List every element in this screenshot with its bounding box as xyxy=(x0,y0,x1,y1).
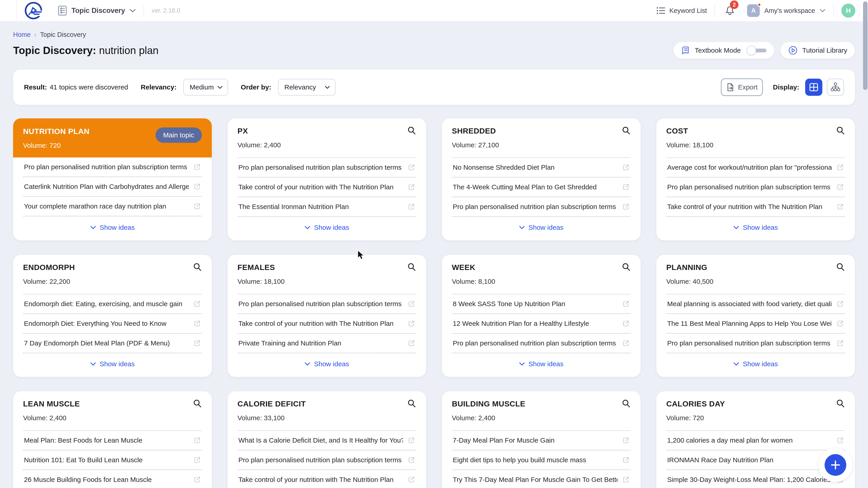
external-link-icon[interactable] xyxy=(193,300,201,308)
suggested-link[interactable]: Take control of your nutrition with The … xyxy=(666,197,845,217)
suggested-link[interactable]: The 4-Week Cutting Meal Plan to Get Shre… xyxy=(452,177,631,197)
textbook-mode-switch[interactable] xyxy=(747,45,767,55)
show-ideas-button[interactable]: Show ideas xyxy=(519,360,563,368)
search-icon[interactable] xyxy=(193,399,202,408)
search-icon[interactable] xyxy=(836,126,845,135)
search-icon[interactable] xyxy=(407,263,416,271)
suggested-link[interactable]: Take control of your nutrition with The … xyxy=(238,314,416,334)
external-link-icon[interactable] xyxy=(193,456,201,464)
suggested-link[interactable]: Endomorph diet: Eating, exercising, and … xyxy=(23,294,202,314)
external-link-icon[interactable] xyxy=(622,436,630,444)
tutorial-library-button[interactable]: Tutorial Library xyxy=(780,42,855,59)
external-link-icon[interactable] xyxy=(193,163,201,171)
external-link-icon[interactable] xyxy=(193,183,201,191)
suggested-link[interactable]: What Is a Calorie Deficit Diet, and Is I… xyxy=(238,431,416,451)
suggested-link[interactable]: Endomorph Diet: Everything You Need to K… xyxy=(23,314,202,334)
external-link-icon[interactable] xyxy=(622,339,630,347)
show-ideas-button[interactable]: Show ideas xyxy=(90,360,135,368)
external-link-icon[interactable] xyxy=(193,436,201,444)
search-icon[interactable] xyxy=(622,399,631,408)
external-link-icon[interactable] xyxy=(193,339,201,347)
suggested-link[interactable]: Pro plan personalised nutrition plan sub… xyxy=(238,294,416,314)
external-link-icon[interactable] xyxy=(836,320,844,327)
external-link-icon[interactable] xyxy=(622,320,630,327)
suggested-link[interactable]: Your complete marathon race day nutritio… xyxy=(23,197,202,217)
external-link-icon[interactable] xyxy=(408,436,415,444)
suggested-link[interactable]: 1,200 calories a day meal plan for women xyxy=(666,431,845,451)
suggested-link[interactable]: Caterlink Nutrition Plan with Carbohydra… xyxy=(23,177,202,197)
suggested-link[interactable]: Private Training and Nutrition Plan xyxy=(238,334,416,353)
external-link-icon[interactable] xyxy=(622,164,630,171)
suggested-link[interactable]: No Nonsense Shredded Diet Plan xyxy=(452,158,631,177)
external-link-icon[interactable] xyxy=(836,183,844,191)
suggested-link[interactable]: 8 Week SASS Tone Up Nutrition Plan xyxy=(452,294,631,314)
suggested-link[interactable]: Meal planning is associated with food va… xyxy=(666,294,845,314)
external-link-icon[interactable] xyxy=(836,436,844,444)
suggested-link[interactable]: Try This 7-Day Meal Plan For Muscle Gain… xyxy=(452,470,631,488)
search-icon[interactable] xyxy=(407,399,416,408)
add-topic-button[interactable] xyxy=(825,454,846,476)
suggested-link[interactable]: The Essential Ironman Nutrition Plan xyxy=(238,197,416,217)
export-button[interactable]: Export xyxy=(721,78,763,96)
external-link-icon[interactable] xyxy=(622,456,630,464)
external-link-icon[interactable] xyxy=(408,456,415,464)
external-link-icon[interactable] xyxy=(408,300,415,308)
relevancy-select[interactable]: Medium xyxy=(183,79,228,96)
suggested-link[interactable]: Take control of your nutrition with The … xyxy=(238,177,416,197)
external-link-icon[interactable] xyxy=(836,203,844,210)
external-link-icon[interactable] xyxy=(836,339,844,347)
suggested-link[interactable]: Take control of your nutrition with The … xyxy=(238,470,416,488)
page-scrollbar[interactable] xyxy=(863,1,868,90)
show-ideas-button[interactable]: Show ideas xyxy=(733,360,778,368)
external-link-icon[interactable] xyxy=(408,476,415,484)
notifications-button[interactable]: 2 xyxy=(725,5,735,16)
app-menu-topic-discovery[interactable]: Topic Discovery xyxy=(58,5,136,16)
textbook-mode-toggle-button[interactable]: Textbook Mode xyxy=(674,42,774,59)
suggested-link[interactable]: 26 Muscle Building Foods for Lean Muscle xyxy=(23,470,202,488)
external-link-icon[interactable] xyxy=(622,476,630,484)
show-ideas-button[interactable]: Show ideas xyxy=(90,224,135,231)
external-link-icon[interactable] xyxy=(193,202,201,210)
show-ideas-button[interactable]: Show ideas xyxy=(733,224,778,231)
external-link-icon[interactable] xyxy=(408,320,415,327)
suggested-link[interactable]: Pro plan personalised nutrition plan sub… xyxy=(666,334,845,353)
suggested-link[interactable]: Nutrition 101: Eat To Build Lean Muscle xyxy=(23,451,202,470)
grid-view-button[interactable] xyxy=(805,78,822,96)
show-ideas-button[interactable]: Show ideas xyxy=(305,360,349,368)
external-link-icon[interactable] xyxy=(622,203,630,210)
search-icon[interactable] xyxy=(622,263,631,271)
search-icon[interactable] xyxy=(836,399,845,408)
external-link-icon[interactable] xyxy=(193,320,201,327)
search-icon[interactable] xyxy=(407,126,416,135)
suggested-link[interactable]: Pro plan personalised nutrition plan sub… xyxy=(238,451,416,470)
external-link-icon[interactable] xyxy=(408,183,415,191)
suggested-link[interactable]: IRONMAN Race Day Nutrition Plan xyxy=(666,451,845,470)
suggested-link[interactable]: Pro plan personalised nutrition plan sub… xyxy=(238,158,416,177)
workspace-menu[interactable]: A Amy's workspace xyxy=(747,4,826,17)
suggested-link[interactable]: 12 Week Nutrition Plan for a Healthy Lif… xyxy=(452,314,631,334)
external-link-icon[interactable] xyxy=(408,203,415,210)
show-ideas-button[interactable]: Show ideas xyxy=(519,224,563,231)
external-link-icon[interactable] xyxy=(193,476,201,484)
search-icon[interactable] xyxy=(193,263,202,271)
external-link-icon[interactable] xyxy=(622,183,630,191)
search-icon[interactable] xyxy=(836,263,845,271)
suggested-link[interactable]: Meal Plan: Best Foods for Lean Muscle xyxy=(23,431,202,451)
show-ideas-button[interactable]: Show ideas xyxy=(305,224,349,231)
keyword-list-button[interactable]: Keyword List xyxy=(656,6,707,15)
suggested-link[interactable]: 7-Day Meal Plan For Muscle Gain xyxy=(452,431,631,451)
suggested-link[interactable]: The 11 Best Meal Planning Apps to Help Y… xyxy=(666,314,845,334)
external-link-icon[interactable] xyxy=(622,300,630,308)
user-avatar[interactable]: H xyxy=(841,4,855,18)
external-link-icon[interactable] xyxy=(836,164,844,171)
suggested-link[interactable]: Pro plan personalised nutrition plan sub… xyxy=(666,177,845,197)
suggested-link[interactable]: Average cost for workout/nutrition plan … xyxy=(666,158,845,177)
suggested-link[interactable]: Pro plan personalised nutrition plan sub… xyxy=(452,334,631,353)
suggested-link[interactable]: Eight diet tips to help you build muscle… xyxy=(452,451,631,470)
order-by-select[interactable]: Relevancy xyxy=(278,79,336,96)
search-icon[interactable] xyxy=(622,126,631,135)
suggested-link[interactable]: Pro plan personalised nutrition plan sub… xyxy=(452,197,631,217)
suggested-link[interactable]: 7 Day Endomorph Diet Meal Plan (PDF & Me… xyxy=(23,334,202,353)
external-link-icon[interactable] xyxy=(836,300,844,308)
tree-view-button[interactable] xyxy=(827,78,844,96)
